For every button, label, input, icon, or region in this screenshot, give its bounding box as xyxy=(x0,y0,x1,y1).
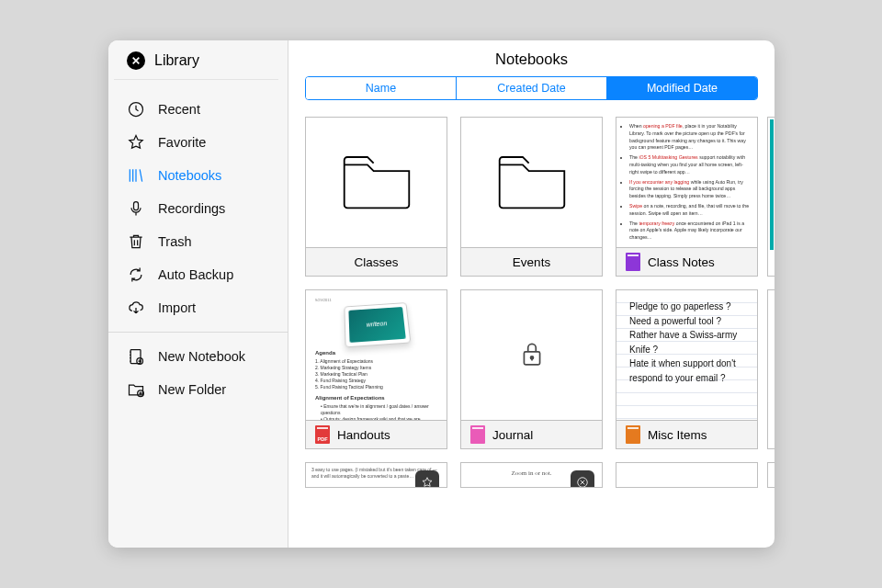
notes-preview: When opening a PDF file, place it in you… xyxy=(622,123,752,242)
item-caption: Classes xyxy=(306,247,447,276)
sidebar-item-recent[interactable]: Recent xyxy=(108,93,288,126)
notebook-grid-wrap[interactable]: Classes Events When opening a PDF file, … xyxy=(288,113,775,548)
folder-icon xyxy=(338,149,415,217)
item-caption: Events xyxy=(461,247,602,276)
sidebar: Library Recent Favorite Notebooks Record… xyxy=(108,40,288,548)
trash-icon xyxy=(127,232,145,251)
sidebar-item-import[interactable]: Import xyxy=(108,291,288,324)
folder-thumbnail xyxy=(306,118,447,247)
action-new-notebook[interactable]: New Notebook xyxy=(108,340,288,373)
notebook-thumbnail xyxy=(461,290,602,420)
segment-modified-date[interactable]: Modified Date xyxy=(607,77,757,99)
circle-x-icon xyxy=(576,476,589,488)
close-button[interactable] xyxy=(127,51,145,70)
folder-icon xyxy=(493,149,571,217)
sidebar-item-label: Recordings xyxy=(158,201,225,216)
item-caption: Class Notes xyxy=(616,247,757,276)
handouts-preview: 9/29/2011 writeon Agenda 1. Alignment of… xyxy=(311,296,441,420)
mic-icon xyxy=(127,199,145,218)
action-label: New Notebook xyxy=(158,349,245,364)
svg-point-6 xyxy=(530,356,533,358)
tablet-illustration: writeon xyxy=(344,302,411,347)
sidebar-item-label: Auto Backup xyxy=(158,267,233,282)
action-new-folder[interactable]: New Folder xyxy=(108,373,288,406)
item-caption: Handouts xyxy=(306,420,447,448)
sidebar-item-auto-backup[interactable]: Auto Backup xyxy=(108,258,288,291)
action-label: New Folder xyxy=(158,382,226,397)
misc-preview: Pledge to go paperless ? Need a powerful… xyxy=(628,296,750,385)
sidebar-item-trash[interactable]: Trash xyxy=(108,225,288,258)
star-icon xyxy=(421,476,434,488)
notebook-peek[interactable] xyxy=(616,462,758,488)
svg-rect-1 xyxy=(134,202,139,210)
sidebar-item-notebooks[interactable]: Notebooks xyxy=(108,159,288,192)
sidebar-header: Library xyxy=(114,40,278,80)
sidebar-title: Library xyxy=(154,52,199,69)
page-title: Notebooks xyxy=(288,40,775,76)
folder-thumbnail xyxy=(461,118,602,247)
segment-created-date[interactable]: Created Date xyxy=(457,77,607,99)
notebook-class-notes[interactable]: When opening a PDF file, place it in you… xyxy=(616,117,758,277)
main-panel: Notebooks Name Created Date Modified Dat… xyxy=(288,40,775,548)
sidebar-item-label: Trash xyxy=(158,234,192,249)
sort-segmented-control: Name Created Date Modified Date xyxy=(305,76,758,100)
sidebar-item-favorite[interactable]: Favorite xyxy=(108,126,288,159)
sidebar-item-label: Notebooks xyxy=(158,168,221,183)
notebook-thumbnail: 9/29/2011 writeon Agenda 1. Alignment of… xyxy=(306,290,447,420)
notebook-thumbnail: Pledge to go paperless ? Need a powerful… xyxy=(616,290,757,420)
item-caption: Journal xyxy=(461,420,602,448)
sidebar-item-recordings[interactable]: Recordings xyxy=(108,192,288,225)
library-window: Library Recent Favorite Notebooks Record… xyxy=(108,40,775,548)
notebook-tag-icon xyxy=(315,425,330,444)
notebook-tag-icon xyxy=(470,425,485,444)
notebook-grid: Classes Events When opening a PDF file, … xyxy=(288,113,775,449)
notebook-misc-items[interactable]: Pledge to go paperless ? Need a powerful… xyxy=(616,289,758,449)
favorite-chip[interactable] xyxy=(415,470,439,488)
sync-icon xyxy=(127,266,145,284)
notebook-tag-icon xyxy=(626,425,640,444)
sidebar-item-label: Favorite xyxy=(158,135,206,150)
sidebar-item-label: Recent xyxy=(158,102,200,117)
cloud-download-icon xyxy=(127,299,145,317)
close-icon xyxy=(131,56,141,65)
grid-next-row: 3 easy to use pages. (I mistaked but it'… xyxy=(288,449,775,488)
folder-events[interactable]: Events xyxy=(460,117,603,277)
segment-name[interactable]: Name xyxy=(306,77,457,99)
clock-icon xyxy=(127,100,145,119)
notebook-thumbnail: When opening a PDF file, place it in you… xyxy=(616,118,757,247)
notebook-handouts[interactable]: 9/29/2011 writeon Agenda 1. Alignment of… xyxy=(305,289,447,449)
new-folder-icon xyxy=(127,380,145,399)
lock-icon xyxy=(520,340,544,371)
notebook-peek[interactable]: 3 easy to use pages. (I mistaked but it'… xyxy=(305,462,447,488)
books-icon xyxy=(127,166,145,185)
notebook-journal[interactable]: Journal xyxy=(460,289,603,449)
star-icon xyxy=(127,133,145,152)
remove-chip[interactable] xyxy=(571,470,594,488)
notebook-tag-icon xyxy=(626,253,640,271)
new-notebook-icon xyxy=(127,347,145,366)
sidebar-item-label: Import xyxy=(158,300,196,315)
item-caption: Misc Items xyxy=(616,420,757,448)
folder-classes[interactable]: Classes xyxy=(305,117,447,277)
notebook-peek[interactable]: Zoom in or not. xyxy=(460,462,603,488)
